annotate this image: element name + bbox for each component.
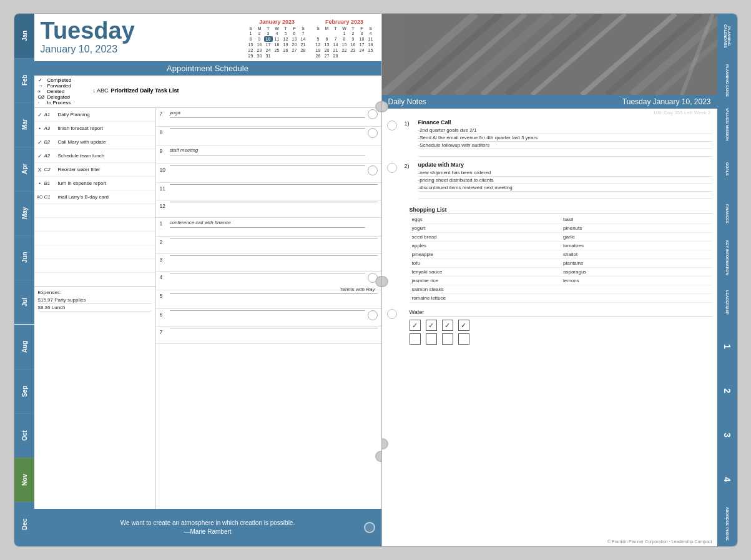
shop-pinenuts: pinenuts bbox=[561, 224, 712, 233]
right-tab-2[interactable]: 2 bbox=[717, 369, 737, 413]
right-tab-4[interactable]: 4 bbox=[717, 458, 737, 502]
jan-d2: 2 bbox=[255, 31, 264, 36]
jan-cal-table: S M T W T F S 1 2 3 bbox=[247, 26, 308, 59]
water-check-3[interactable] bbox=[442, 320, 453, 331]
feb-cal-hdr-m: M bbox=[323, 26, 331, 31]
note-title-1: Finance Call bbox=[418, 119, 712, 125]
month-tabs-left: Jan Feb Mar Apr May Jun Jul Aug Sep Oct … bbox=[14, 14, 34, 546]
task-check-0: ✓ bbox=[36, 112, 44, 118]
right-tab-planning-cal[interactable]: PLANNING CALENDARS bbox=[717, 14, 737, 58]
legend-completed-label: Completed bbox=[47, 77, 72, 83]
tab-mar[interactable]: Mar bbox=[14, 102, 34, 147]
legend-inprocess: · In Process bbox=[38, 100, 88, 106]
right-tab-3[interactable]: 3 bbox=[717, 413, 737, 458]
feb-d15: 15 bbox=[340, 42, 349, 47]
water-check-2[interactable] bbox=[426, 320, 437, 331]
main-area: ✓ A1 Daily Planning • A3 finish forecast… bbox=[34, 108, 381, 509]
feb-d21: 21 bbox=[331, 47, 340, 53]
feb-d27: 27 bbox=[323, 53, 331, 59]
water-content: Water bbox=[410, 309, 712, 347]
task-row-5: • B1 turn in expense report bbox=[34, 177, 155, 190]
tab-jul[interactable]: Jul bbox=[14, 280, 34, 324]
appt-line-10am bbox=[170, 165, 365, 166]
appt-time-1pm: 1 bbox=[160, 219, 170, 227]
feb-cal-hdr-th: T bbox=[349, 26, 358, 31]
appt-time-7am: 7 bbox=[160, 109, 170, 117]
tab-sep[interactable]: Sep bbox=[14, 369, 34, 413]
right-tab-1[interactable]: 1 bbox=[717, 325, 737, 369]
shopping-title: Shopping List bbox=[410, 207, 712, 214]
feb-blank2 bbox=[323, 31, 331, 36]
quote-text: We want to create an atmosphere in which… bbox=[44, 519, 371, 528]
task-priority-0: A1 bbox=[44, 112, 58, 117]
jan-cal-hdr-m: M bbox=[255, 26, 264, 31]
shop-plantains: plantains bbox=[561, 259, 712, 268]
right-tab-planning-guide[interactable]: PLANNING GUIDE bbox=[717, 58, 737, 102]
task-row-3: ✓ A2 Schedule team lunch bbox=[34, 149, 155, 163]
day-title-block: Tuesday January 10, 2023 bbox=[41, 19, 237, 55]
right-tab-finances[interactable]: FINANCES bbox=[717, 191, 737, 235]
note-line-1-blank bbox=[418, 149, 712, 157]
notes-header: Daily Notes Tuesday January 10, 2023 bbox=[382, 95, 717, 109]
right-tab-goals[interactable]: GOALS bbox=[717, 147, 737, 191]
feb-d28: 28 bbox=[331, 53, 340, 59]
right-tab-address[interactable]: ADDRESS/ PHONE bbox=[717, 502, 737, 546]
feb-d24: 24 bbox=[358, 47, 366, 53]
jan-cal-hdr-sa: S bbox=[299, 26, 308, 31]
legend-deleted: × Deleted bbox=[38, 89, 88, 94]
water-uncheck-4[interactable] bbox=[458, 333, 469, 345]
shop-col2-9 bbox=[561, 294, 712, 303]
legend-forwarded-label: Forwarded bbox=[47, 83, 71, 89]
appt-time-11am: 11 bbox=[160, 184, 170, 192]
appt-text-5pm: Tennis with Ray bbox=[340, 287, 375, 292]
note-num-col-2: 2) bbox=[405, 162, 418, 169]
tab-jan[interactable]: Jan bbox=[14, 14, 34, 58]
jan-blank4 bbox=[299, 53, 308, 59]
tab-jun[interactable]: Jun bbox=[14, 235, 34, 280]
note-num-2: 2) bbox=[405, 163, 410, 169]
jan-d24: 24 bbox=[264, 47, 273, 53]
jan-d3: 3 bbox=[264, 31, 273, 36]
tab-nov[interactable]: Nov bbox=[14, 458, 34, 502]
right-tab-key-info[interactable]: KEY INFORMATION bbox=[717, 235, 737, 280]
task-check-1: • bbox=[36, 125, 44, 132]
right-tab-leadership[interactable]: LEADERSHIP bbox=[717, 280, 737, 324]
appt-circle-8am bbox=[368, 128, 378, 138]
jan-d16: 16 bbox=[255, 42, 264, 47]
shop-pineapple: pineapple bbox=[410, 250, 561, 259]
shopping-grid: eggs basil yogurt pinenuts seed bread ga… bbox=[410, 215, 712, 303]
water-check-4[interactable] bbox=[458, 320, 469, 331]
photo-area bbox=[382, 14, 717, 95]
feb-d25: 25 bbox=[366, 47, 375, 53]
note-line-2-0: -new shipment has been ordered bbox=[418, 169, 712, 177]
note-circle-col-2 bbox=[387, 162, 405, 173]
task-text-4: Reorder water filter bbox=[58, 167, 154, 172]
note-lines-col-1: Finance Call -2nd quarter goals due 2/1 … bbox=[418, 119, 712, 157]
task-text-0: Daily Planning bbox=[58, 112, 154, 117]
right-footer: © Franklin Planner Corporation · Leaders… bbox=[382, 537, 717, 546]
appt-text-7am: yoga bbox=[170, 110, 180, 115]
feb-d12: 12 bbox=[314, 42, 323, 47]
tab-feb[interactable]: Feb bbox=[14, 58, 34, 102]
note-row-1: 1) Finance Call -2nd quarter goals due 2… bbox=[387, 119, 712, 157]
water-check-1[interactable] bbox=[410, 320, 421, 331]
tab-aug[interactable]: Aug bbox=[14, 325, 34, 369]
tab-dec[interactable]: Dec bbox=[14, 502, 34, 546]
feb-d8: 8 bbox=[340, 36, 349, 42]
note-row-2: 2) update with Mary -new shipment has be… bbox=[387, 162, 712, 199]
appt-line-3pm bbox=[170, 255, 378, 256]
jan-d14: 14 bbox=[299, 36, 308, 42]
right-tab-values[interactable]: VALUES/ MISSION bbox=[717, 102, 737, 147]
jan-d1: 1 bbox=[247, 31, 255, 36]
appt-line-8am bbox=[170, 128, 365, 129]
task-list-title: Prioritized Daily Task List bbox=[111, 87, 179, 94]
water-uncheck-1[interactable] bbox=[410, 333, 421, 345]
water-uncheck-2[interactable] bbox=[426, 333, 437, 345]
tab-may[interactable]: May bbox=[14, 191, 34, 235]
appt-circle-7am bbox=[368, 109, 378, 119]
tab-oct[interactable]: Oct bbox=[14, 413, 34, 458]
tab-apr[interactable]: Apr bbox=[14, 147, 34, 191]
water-uncheck-3[interactable] bbox=[442, 333, 453, 345]
right-content: Daily Notes Tuesday January 10, 2023 10t… bbox=[382, 14, 717, 546]
appt-line-9am: staff meeting bbox=[170, 147, 365, 155]
